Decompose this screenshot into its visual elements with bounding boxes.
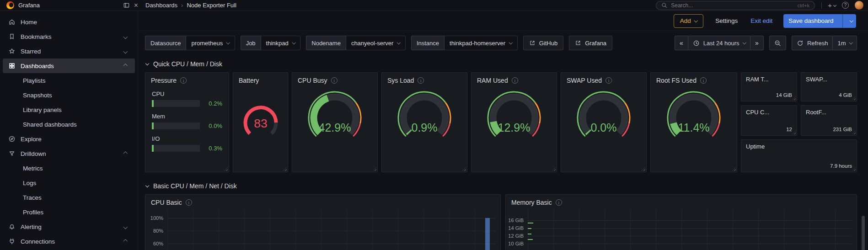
panel-title[interactable]: Battery bbox=[233, 73, 264, 85]
sidebar-item-home[interactable]: Home bbox=[3, 15, 135, 29]
refresh-interval-button[interactable]: 1m bbox=[833, 36, 857, 50]
info-icon[interactable] bbox=[556, 199, 562, 206]
time-shift-forward-button[interactable] bbox=[750, 36, 764, 50]
clock-icon bbox=[693, 40, 700, 47]
info-icon[interactable] bbox=[180, 77, 187, 84]
y-tick-label: 60% bbox=[153, 240, 163, 247]
brand-name: Grafana bbox=[18, 2, 40, 9]
sidebar-item-starred[interactable]: Starred bbox=[3, 44, 135, 59]
sidebar-item-playlists[interactable]: Playlists bbox=[3, 73, 135, 88]
info-icon[interactable] bbox=[512, 77, 518, 84]
refresh-button[interactable]: Refresh bbox=[792, 36, 833, 50]
y-tick-label: 80% bbox=[153, 228, 163, 234]
panel-title[interactable]: Root FS Used bbox=[651, 73, 712, 85]
panel-title[interactable]: RAM T... bbox=[741, 73, 773, 83]
settings-button[interactable]: Settings bbox=[713, 14, 739, 28]
panel-cpu-basic: CPU Basic 100%80%60% bbox=[145, 194, 501, 250]
add-panel-button[interactable]: Add bbox=[674, 14, 704, 28]
variable-datasource[interactable]: Datasource prometheus bbox=[145, 36, 235, 50]
sidebar-item-traces[interactable]: Traces bbox=[3, 190, 135, 205]
row-quick-cpu-mem-disk[interactable]: Quick CPU / Mem / Disk bbox=[146, 60, 222, 68]
ram-used-gauge: 12.9% bbox=[477, 89, 551, 143]
home-icon bbox=[8, 18, 16, 26]
chevron-down-icon bbox=[226, 41, 230, 44]
help-icon[interactable] bbox=[842, 2, 849, 9]
sidebar-item-bookmarks[interactable]: Bookmarks bbox=[3, 29, 135, 44]
sidebar-item-logs[interactable]: Logs bbox=[3, 176, 135, 190]
info-icon[interactable] bbox=[418, 77, 424, 84]
chevron-down-icon bbox=[509, 41, 513, 44]
save-dashboard-button[interactable]: Save dashboard bbox=[783, 14, 856, 28]
sidebar-item-metrics[interactable]: Metrics bbox=[3, 161, 135, 176]
time-shift-back-button[interactable] bbox=[675, 36, 688, 50]
row-basic-cpu-mem-net-disk[interactable]: Basic CPU / Mem / Net / Disk bbox=[146, 182, 237, 190]
memory-basic-plot[interactable] bbox=[528, 209, 852, 250]
panel-swap-used: SWAP Used 0.0% bbox=[561, 72, 647, 172]
close-menu-icon[interactable] bbox=[134, 2, 138, 9]
time-range-button[interactable]: Last 24 hours bbox=[688, 36, 750, 50]
external-link-icon bbox=[575, 40, 581, 46]
panel-title[interactable]: RAM Used bbox=[472, 73, 524, 85]
stat-value: 12 bbox=[786, 127, 792, 132]
memory-series-segment bbox=[528, 223, 533, 223]
panel-battery: Battery 83 bbox=[233, 72, 288, 172]
panel-title[interactable]: SWAP Used bbox=[561, 73, 617, 85]
panel-cpu-cores: CPU C... 12 bbox=[741, 105, 797, 136]
breadcrumb-dashboards[interactable]: Dashboards bbox=[145, 2, 177, 9]
panel-title[interactable]: CPU Basic bbox=[145, 195, 198, 207]
cpu-basic-plot[interactable] bbox=[167, 209, 496, 250]
chevron-up-icon[interactable] bbox=[123, 151, 127, 155]
new-menu-button[interactable] bbox=[828, 2, 836, 9]
sidebar-item-snapshots[interactable]: Snapshots bbox=[3, 88, 135, 102]
chevron-up-icon[interactable] bbox=[123, 239, 127, 243]
panel-title[interactable]: Pressure bbox=[145, 73, 192, 85]
panel-uptime: Uptime 7.9 hours bbox=[741, 139, 857, 172]
variable-nodename[interactable]: Nodename chanyeol-server bbox=[306, 36, 406, 50]
scrollbar[interactable] bbox=[862, 216, 865, 250]
variable-instance[interactable]: Instance thinkpad-homeserver bbox=[411, 36, 518, 50]
panel-title[interactable]: Memory Basic bbox=[506, 195, 568, 207]
panel-sys-load: Sys Load 0.9% bbox=[381, 72, 467, 172]
chevron-down-icon[interactable] bbox=[123, 49, 127, 53]
sidebar-item-dashboards[interactable]: Dashboards bbox=[3, 59, 135, 73]
search-shortcut: ctrl+k bbox=[798, 3, 810, 8]
bar-gauge-io: I/O 0.3% bbox=[152, 135, 222, 152]
chevron-down-icon[interactable] bbox=[123, 224, 127, 229]
info-icon[interactable] bbox=[700, 77, 707, 84]
exit-edit-button[interactable]: Exit edit bbox=[750, 14, 773, 28]
sidebar-item-shared-dashboards[interactable]: Shared dashboards bbox=[3, 117, 135, 132]
info-icon[interactable] bbox=[605, 77, 612, 84]
panel-title[interactable]: RootF... bbox=[801, 106, 831, 116]
panel-title[interactable]: Sys Load bbox=[382, 73, 429, 85]
panel-title[interactable]: CPU C... bbox=[741, 106, 774, 116]
refresh-icon bbox=[797, 40, 804, 47]
stat-value: 4 GiB bbox=[839, 92, 852, 98]
sidebar-item-explore[interactable]: Explore bbox=[3, 132, 135, 146]
sidebar-item-library-panels[interactable]: Library panels bbox=[3, 102, 135, 117]
sidebar-item-alerting[interactable]: Alerting bbox=[3, 219, 135, 234]
chevron-up-icon[interactable] bbox=[123, 64, 127, 68]
github-link-button[interactable]: GitHub bbox=[523, 36, 563, 50]
gauge-value: 83 bbox=[254, 117, 267, 130]
variable-job[interactable]: Job thinkpad bbox=[241, 36, 301, 50]
sidebar-item-profiles[interactable]: Profiles bbox=[3, 205, 135, 219]
bar-fill bbox=[152, 145, 154, 152]
info-icon[interactable] bbox=[331, 77, 338, 84]
save-options-button[interactable] bbox=[847, 20, 857, 22]
panel-title[interactable]: SWAP... bbox=[801, 73, 832, 83]
info-icon[interactable] bbox=[186, 199, 192, 206]
avatar[interactable] bbox=[855, 1, 863, 10]
grafana-link-button[interactable]: Grafana bbox=[569, 36, 612, 50]
panel-title[interactable]: CPU Busy bbox=[292, 73, 343, 85]
gridline bbox=[528, 244, 852, 244]
chevron-down-icon bbox=[292, 41, 296, 44]
zoom-out-button[interactable] bbox=[769, 36, 786, 50]
swap-used-gauge: 0.0% bbox=[567, 89, 640, 143]
chevron-down-icon[interactable] bbox=[123, 34, 127, 38]
search-input[interactable]: Search... ctrl+k bbox=[656, 1, 815, 10]
sidebar-item-connections[interactable]: Connections bbox=[3, 234, 135, 249]
sidebar-item-drilldown[interactable]: Drilldown bbox=[3, 146, 135, 161]
panel-title[interactable]: Uptime bbox=[741, 140, 769, 150]
grafana-logo[interactable] bbox=[6, 1, 14, 9]
dock-menu-icon[interactable] bbox=[123, 2, 130, 9]
